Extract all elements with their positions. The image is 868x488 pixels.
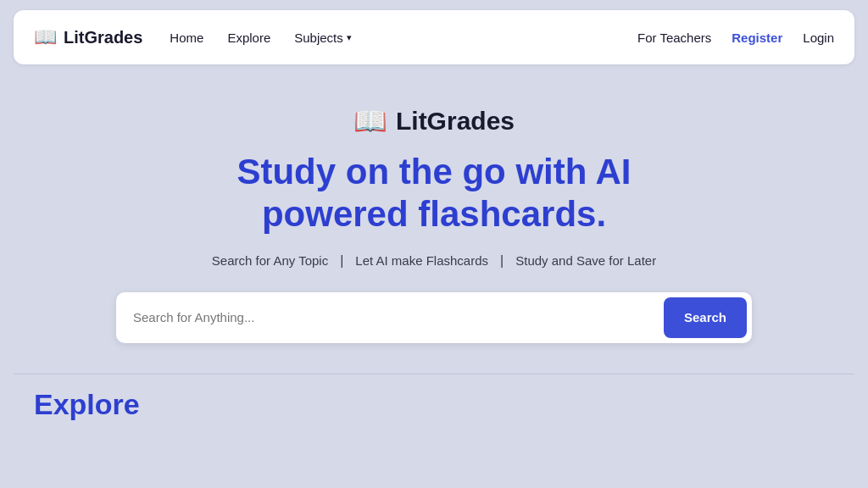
hero-headline-line2: powered flashcards. [262,194,606,234]
nav-login[interactable]: Login [803,30,834,45]
chevron-down-icon: ▾ [347,32,352,43]
nav-links: Home Explore Subjects ▾ [170,30,351,45]
nav-register[interactable]: Register [732,30,782,45]
nav-for-teachers[interactable]: For Teachers [637,30,711,45]
nav-subjects-label: Subjects [294,30,343,45]
hero-subtext-divider1: | [340,253,343,269]
navbar: 📖 LitGrades Home Explore Subjects ▾ For … [14,10,854,64]
nav-home[interactable]: Home [170,30,203,45]
hero-subtext-item3: Study and Save for Later [515,253,656,268]
search-container: Search [116,292,752,343]
hero-subtext-item1: Search for Any Topic [212,253,328,268]
logo-text: LitGrades [64,28,142,47]
logo[interactable]: 📖 LitGrades [34,28,142,47]
search-button[interactable]: Search [664,297,747,338]
hero-logo-text: LitGrades [396,107,515,136]
explore-section: Explore [0,374,868,421]
hero-headline-line1: Study on the go with AI [236,152,631,191]
nav-subjects[interactable]: Subjects ▾ [294,30,352,45]
explore-title: Explore [34,388,834,421]
search-input[interactable] [116,292,664,343]
logo-icon: 📖 [34,28,57,47]
navbar-right: For Teachers Register Login [637,30,834,45]
hero-subtext: Search for Any Topic | Let AI make Flash… [212,253,656,269]
hero-subtext-divider2: | [500,253,504,269]
hero-subtext-item2: Let AI make Flashcards [355,253,488,268]
nav-explore[interactable]: Explore [227,30,270,45]
hero-logo-icon: 📖 [353,105,387,137]
hero-section: 📖 LitGrades Study on the go with AI powe… [0,75,868,343]
hero-headline: Study on the go with AI powered flashcar… [236,151,631,236]
hero-logo: 📖 LitGrades [353,105,515,137]
navbar-left: 📖 LitGrades Home Explore Subjects ▾ [34,28,352,47]
